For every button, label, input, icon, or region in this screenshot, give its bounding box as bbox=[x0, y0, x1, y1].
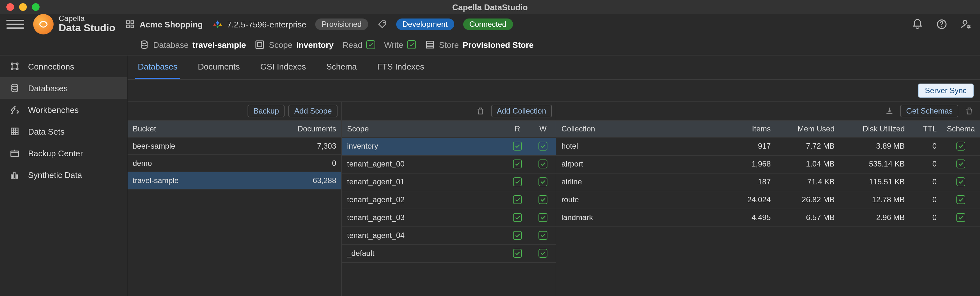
scope-row[interactable]: inventory bbox=[342, 138, 556, 156]
collection-col-header: Collection bbox=[556, 121, 725, 137]
sidebar-item-connections[interactable]: Connections bbox=[0, 56, 127, 77]
collection-mem: 71.4 KB bbox=[776, 173, 840, 191]
scope-name: tenant_agent_01 bbox=[342, 173, 505, 191]
sidebar-item-backup-center[interactable]: Backup Center bbox=[0, 142, 127, 164]
collection-row[interactable]: landmark4,4956.57 MB2.96 MB0 bbox=[556, 209, 980, 227]
tab-schema[interactable]: Schema bbox=[324, 56, 359, 79]
tab-documents[interactable]: Documents bbox=[195, 56, 242, 79]
collection-items: 24,024 bbox=[725, 191, 776, 208]
collection-mem: 7.72 MB bbox=[776, 138, 840, 155]
bucket-docs: 0 bbox=[271, 155, 341, 172]
add-collection-button[interactable]: Add Collection bbox=[491, 105, 552, 118]
database-icon bbox=[139, 40, 149, 50]
download-schema-button[interactable] bbox=[883, 105, 897, 117]
notifications-button[interactable] bbox=[910, 17, 925, 32]
check-icon bbox=[956, 177, 965, 186]
bucket-pane: Backup Add Scope Bucket Documents beer-s… bbox=[127, 102, 342, 296]
svg-rect-14 bbox=[426, 46, 433, 48]
store-label: Store bbox=[439, 40, 459, 49]
scope-row[interactable]: _default bbox=[342, 245, 556, 263]
sidebar-item-workbenches[interactable]: Workbenches bbox=[0, 99, 127, 121]
scope-row[interactable]: tenant_agent_02 bbox=[342, 191, 556, 209]
collection-disk: 12.78 MB bbox=[840, 191, 910, 208]
check-icon bbox=[538, 213, 547, 222]
org-name[interactable]: Acme Shopping bbox=[140, 19, 203, 29]
tab-gsi-indexes[interactable]: GSI Indexes bbox=[258, 56, 309, 79]
user-settings-button[interactable] bbox=[958, 17, 974, 32]
connections-icon bbox=[9, 60, 21, 72]
backup-button[interactable]: Backup bbox=[248, 105, 285, 118]
svg-point-4 bbox=[383, 22, 384, 23]
write-check-icon bbox=[407, 40, 416, 49]
read-label: Read bbox=[343, 40, 363, 49]
collection-row[interactable]: airport1,9681.04 MB535.14 KB0 bbox=[556, 156, 980, 173]
delete-scope-button[interactable] bbox=[473, 105, 487, 117]
scope-row[interactable]: tenant_agent_00 bbox=[342, 156, 556, 173]
collection-disk: 535.14 KB bbox=[840, 156, 910, 173]
check-icon bbox=[513, 142, 522, 151]
disk-col-header: Disk Utilized bbox=[840, 121, 910, 137]
collection-ttl: 0 bbox=[910, 209, 942, 226]
scope-icon bbox=[255, 40, 265, 50]
store-value: Provisioned Store bbox=[463, 40, 534, 49]
collection-items: 4,495 bbox=[725, 209, 776, 226]
scope-name: inventory bbox=[342, 138, 505, 155]
svg-rect-13 bbox=[426, 44, 433, 46]
collection-row[interactable]: airline18771.4 KB115.51 KB0 bbox=[556, 173, 980, 191]
delete-collection-button[interactable] bbox=[962, 105, 976, 117]
svg-rect-20 bbox=[11, 128, 18, 135]
sidebar-item-data-sets[interactable]: Data Sets bbox=[0, 121, 127, 142]
menu-button[interactable] bbox=[6, 20, 24, 29]
collection-row[interactable]: route24,02426.82 MB12.78 MB0 bbox=[556, 191, 980, 209]
get-schemas-button[interactable]: Get Schemas bbox=[900, 105, 958, 118]
scope-value: inventory bbox=[296, 40, 334, 49]
main: DatabasesDocumentsGSI IndexesSchemaFTS I… bbox=[127, 56, 980, 296]
scope-col-header: Scope bbox=[342, 121, 505, 137]
sidebar-item-synthetic-data[interactable]: Synthetic Data bbox=[0, 164, 127, 186]
svg-point-6 bbox=[942, 27, 942, 27]
bucket-docs: 63,288 bbox=[271, 172, 341, 189]
server-version: 7.2.5-7596-enterprise bbox=[227, 19, 307, 29]
check-icon bbox=[956, 142, 965, 151]
bucket-row[interactable]: beer-sample7,303 bbox=[127, 138, 341, 155]
server-sync-button[interactable]: Server Sync bbox=[918, 84, 974, 98]
scope-name: _default bbox=[342, 245, 505, 262]
scope-row[interactable]: tenant_agent_04 bbox=[342, 227, 556, 245]
check-icon bbox=[538, 159, 547, 169]
collection-row[interactable]: hotel9177.72 MB3.89 MB0 bbox=[556, 138, 980, 156]
schema-col-header: Schema bbox=[942, 121, 980, 137]
collection-name: landmark bbox=[556, 209, 725, 226]
store-icon bbox=[425, 40, 435, 50]
sidebar-item-databases[interactable]: Databases bbox=[0, 77, 127, 99]
svg-point-17 bbox=[11, 68, 13, 70]
bucket-row[interactable]: travel-sample63,288 bbox=[127, 172, 341, 189]
window-title: Capella DataStudio bbox=[0, 2, 980, 12]
database-value: travel-sample bbox=[192, 40, 246, 49]
tab-fts-indexes[interactable]: FTS Indexes bbox=[374, 56, 426, 79]
check-icon bbox=[538, 195, 547, 204]
check-icon bbox=[538, 231, 547, 240]
add-scope-button[interactable]: Add Scope bbox=[289, 105, 337, 118]
org-block: Acme Shopping bbox=[124, 19, 203, 30]
brand-line1: Capella bbox=[59, 15, 116, 23]
sidebar: ConnectionsDatabasesWorkbenchesData Sets… bbox=[0, 56, 127, 296]
scope-row[interactable]: tenant_agent_03 bbox=[342, 209, 556, 227]
synthetic-icon bbox=[9, 169, 21, 181]
bucket-row[interactable]: demo0 bbox=[127, 155, 341, 172]
collection-name: airline bbox=[556, 173, 725, 191]
version-block: 7.2.5-7596-enterprise bbox=[212, 19, 307, 30]
svg-point-16 bbox=[16, 63, 18, 64]
items-col-header: Items bbox=[725, 121, 776, 137]
database-label: Database bbox=[153, 40, 189, 49]
csv-icon bbox=[9, 126, 21, 137]
check-icon bbox=[513, 177, 522, 186]
svg-point-15 bbox=[11, 63, 13, 64]
bucket-name: travel-sample bbox=[127, 172, 271, 189]
collection-ttl: 0 bbox=[910, 156, 942, 173]
help-button[interactable] bbox=[934, 17, 950, 32]
svg-rect-3 bbox=[131, 25, 134, 28]
collection-items: 1,968 bbox=[725, 156, 776, 173]
r-col-header: R bbox=[505, 121, 530, 137]
tab-databases[interactable]: Databases bbox=[135, 56, 180, 79]
scope-row[interactable]: tenant_agent_01 bbox=[342, 173, 556, 191]
